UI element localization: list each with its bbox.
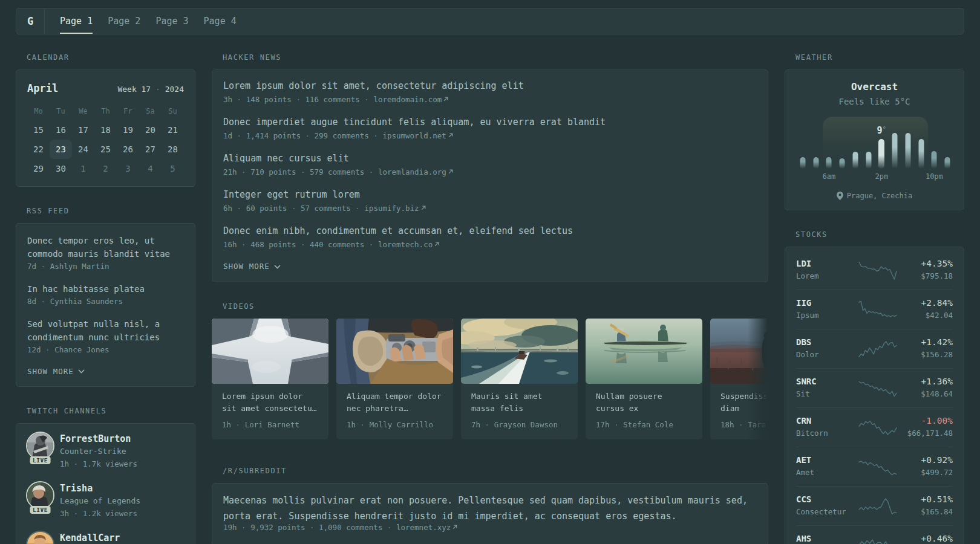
twitch-channel-name[interactable]: ForrestBurton xyxy=(60,433,137,445)
stock-symbol[interactable]: CCS xyxy=(796,493,846,505)
stock-row-divider xyxy=(796,525,953,526)
weather-time-labels: 6am2pm10pm xyxy=(796,171,953,183)
calendar-day[interactable]: 21 xyxy=(162,120,184,140)
calendar-day[interactable]: 2 xyxy=(94,159,117,178)
calendar-day[interactable]: 1 xyxy=(72,159,94,178)
weather-feels-like: Feels like 5°C xyxy=(796,94,953,109)
nav-tab-page-4[interactable]: Page 4 xyxy=(204,8,237,34)
video-thumbnail[interactable] xyxy=(461,319,578,384)
video-thumbnail[interactable] xyxy=(336,319,453,384)
stock-symbol[interactable]: AET xyxy=(796,454,814,466)
calendar-day[interactable]: 24 xyxy=(72,140,94,159)
calendar-dates: 1516171819202122232425262728293012345 xyxy=(27,120,184,178)
avatar[interactable] xyxy=(26,432,54,460)
video-title-line: Suspendisse xyxy=(720,390,768,403)
nav-tab-page-2[interactable]: Page 2 xyxy=(108,8,140,34)
stock-symbol[interactable]: AHS xyxy=(796,533,811,544)
hackernews-show-more-label: SHOW MORE xyxy=(223,261,270,273)
video-title[interactable]: Lorem ipsum dolorsit amet consectetu… xyxy=(222,390,318,414)
twitch-widget-label: TWITCH CHANNELS xyxy=(27,407,195,415)
hackernews-widget-label: HACKER NEWS xyxy=(223,53,768,62)
hackernews-item-title[interactable]: Donec enim nibh, condimentum et accumsan… xyxy=(223,224,757,238)
hackernews-item-title[interactable]: Aliquam nec cursus elit xyxy=(223,152,757,165)
meta-separator-dot: · xyxy=(364,240,378,249)
rss-item-title[interactable]: Donec tempor eros leo, utcommodo mauris … xyxy=(27,234,184,261)
stock-symbol[interactable]: IIG xyxy=(796,297,819,309)
hackernews-items: Lorem ipsum dolor sit amet, consectetur … xyxy=(223,79,757,251)
rss-show-more-button[interactable]: SHOW MORE xyxy=(27,366,184,378)
external-link-icon xyxy=(448,169,454,175)
calendar-day[interactable]: 26 xyxy=(117,140,139,159)
rss-item: In hac habitasse platea8d · Cynthia Saun… xyxy=(27,282,184,308)
calendar-day-selected[interactable]: 23 xyxy=(50,140,72,159)
meta-separator-dot: · xyxy=(301,131,315,140)
video-title[interactable]: Mauris sit ametmassa felis xyxy=(471,390,567,414)
calendar-header: April Week 17 · 2024 xyxy=(27,80,184,96)
meta-separator-dot: · xyxy=(36,262,50,271)
calendar-day[interactable]: 5 xyxy=(162,159,184,178)
calendar-day[interactable]: 15 xyxy=(27,120,50,140)
avatar[interactable] xyxy=(26,481,54,510)
calendar-day[interactable]: 19 xyxy=(117,120,139,140)
calendar-day[interactable]: 4 xyxy=(139,159,162,178)
stock-symbol[interactable]: CRN xyxy=(796,415,828,427)
page-tabs: Page 1Page 2Page 3Page 4 xyxy=(60,8,237,34)
twitch-channel-row: KendallCarr xyxy=(26,531,185,544)
nav-tab-page-3[interactable]: Page 3 xyxy=(155,8,188,34)
calendar-day[interactable]: 22 xyxy=(27,140,50,159)
subreddit-post-title[interactable]: Maecenas mollis pulvinar erat non posuer… xyxy=(223,493,757,524)
stock-sparkline xyxy=(858,299,897,320)
twitch-channel-category[interactable]: Counter-Strike xyxy=(60,445,137,458)
meta-separator-dot: · xyxy=(237,523,251,532)
hackernews-item-meta: 3h · 148 points · 116 comments · loremdo… xyxy=(223,94,757,106)
calendar-day[interactable]: 16 xyxy=(50,120,72,140)
hackernews-item-title[interactable]: Integer eget rutrum lorem xyxy=(223,188,757,201)
stock-left: SNRCSit xyxy=(796,375,817,401)
calendar-day[interactable]: 17 xyxy=(72,120,94,140)
stock-change: +4.35% xyxy=(921,257,953,270)
meta-separator-dot: · xyxy=(237,167,251,176)
video-card-body: Lorem ipsum dolorsit amet consectetu…1h … xyxy=(212,384,328,439)
stock-symbol[interactable]: SNRC xyxy=(796,375,817,387)
hackernews-item-title[interactable]: Lorem ipsum dolor sit amet, consectetur … xyxy=(223,79,757,92)
twitch-channel-name[interactable]: Trisha xyxy=(60,482,140,494)
video-thumbnail[interactable] xyxy=(586,319,702,384)
video-thumbnail[interactable] xyxy=(710,319,768,384)
stock-symbol[interactable]: LDI xyxy=(796,257,819,270)
rss-widget-label: RSS FEED xyxy=(27,207,195,215)
video-thumbnail[interactable] xyxy=(212,319,328,384)
weather-location-label: Prague, Czechia xyxy=(847,190,912,202)
stock-symbol[interactable]: DBS xyxy=(796,336,819,348)
calendar-day[interactable]: 29 xyxy=(27,159,50,178)
rss-item-title[interactable]: In hac habitasse platea xyxy=(27,282,184,296)
calendar-day[interactable]: 28 xyxy=(162,140,184,159)
video-title[interactable]: Suspendissediam xyxy=(720,390,768,414)
calendar-day[interactable]: 27 xyxy=(139,140,162,159)
calendar-day[interactable]: 20 xyxy=(139,120,162,140)
rss-item-title[interactable]: Sed volutpat nulla nisl, acondimentum nu… xyxy=(27,317,184,344)
video-title[interactable]: Aliquam tempor dolornec pharetra… xyxy=(347,390,443,414)
video-title-line: nec pharetra… xyxy=(347,403,443,415)
stock-row-divider xyxy=(796,329,953,329)
nav-tab-page-1[interactable]: Page 1 xyxy=(60,8,93,34)
rss-item-meta: 8d · Cynthia Saunders xyxy=(27,296,184,308)
videos-carousel[interactable]: Lorem ipsum dolorsit amet consectetu…1h … xyxy=(212,319,768,447)
video-title[interactable]: Nullam posuerecursus ex xyxy=(596,390,692,414)
calendar-day[interactable]: 30 xyxy=(50,159,72,178)
twitch-channel-category[interactable]: League of Legends xyxy=(60,494,140,507)
avatar[interactable] xyxy=(26,531,54,544)
rss-item-meta: 7d · Ashlyn Martin xyxy=(27,261,184,273)
calendar-day[interactable]: 25 xyxy=(94,140,117,159)
app-logo[interactable]: G xyxy=(16,8,45,34)
video-card-body: Mauris sit ametmassa felis7h · Grayson D… xyxy=(461,384,578,439)
meta-separator-dot: · xyxy=(734,420,748,429)
hackernews-item-meta: 6h · 60 points · 57 comments · ipsumify.… xyxy=(223,202,757,215)
twitch-channel-name[interactable]: KendallCarr xyxy=(60,532,120,544)
rss-item: Sed volutpat nulla nisl, acondimentum nu… xyxy=(27,317,184,356)
stock-left: IIGIpsum xyxy=(796,297,819,322)
hackernews-show-more-button[interactable]: SHOW MORE xyxy=(223,261,757,273)
calendar-day[interactable]: 3 xyxy=(117,159,139,178)
stock-change: +2.84% xyxy=(921,297,953,309)
hackernews-item-title[interactable]: Donec imperdiet augue tincidunt felis al… xyxy=(223,115,757,129)
calendar-day[interactable]: 18 xyxy=(94,120,117,140)
